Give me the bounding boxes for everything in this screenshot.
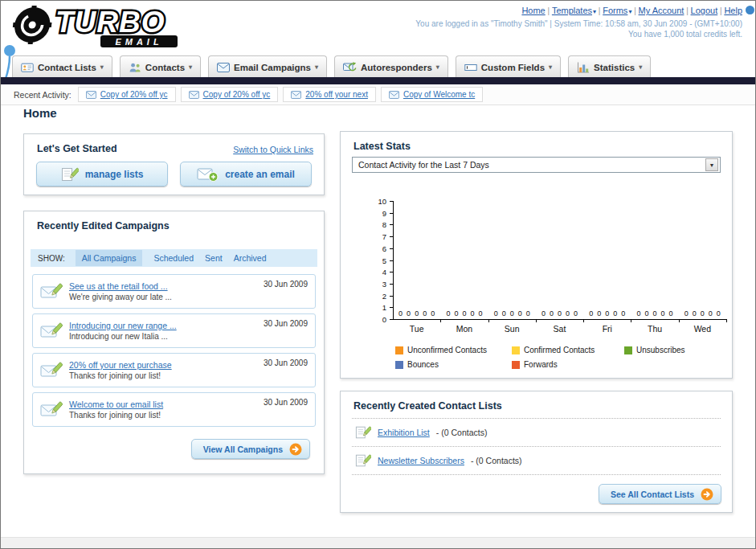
switch-quick-links[interactable]: Switch to Quick Links: [233, 145, 313, 154]
top-link-home[interactable]: Home: [521, 6, 545, 15]
filter-sent[interactable]: Sent: [205, 253, 223, 263]
tab-label: Autoresponders: [361, 63, 432, 72]
campaign-date: 30 Jun 2009: [264, 398, 308, 407]
tab-autoresponders[interactable]: Autoresponders▾: [334, 55, 448, 78]
contact-list-row[interactable]: Exhibition List - (0 Contacts): [352, 419, 721, 447]
contact-list-link[interactable]: Exhibition List: [378, 428, 430, 437]
filter-scheduled[interactable]: Scheduled: [153, 253, 194, 263]
campaign-subtitle: Thanks for joining our list!: [69, 371, 172, 380]
legend-swatch: [395, 346, 403, 354]
recent-activity-label: Recent Activity:: [14, 90, 72, 100]
view-all-campaigns-button[interactable]: View All Campaigns: [191, 439, 310, 459]
campaign-row[interactable]: 20% off your next purchaseThanks for joi…: [32, 353, 316, 387]
recent-activity-item[interactable]: Copy of 20% off yc: [181, 87, 279, 102]
recent-activity-link[interactable]: Copy of 20% off yc: [203, 90, 271, 99]
pencil-icon: [61, 166, 79, 182]
login-info: You are logged in as "Timothy Smith" | S…: [415, 19, 742, 28]
chart-value-label: 0: [423, 309, 427, 318]
chart-value-label: 0: [407, 309, 411, 318]
get-started-title: Let's Get Started: [37, 143, 117, 154]
footer: [1, 537, 755, 548]
show-label: SHOW:: [38, 254, 65, 263]
top-link-help[interactable]: Help: [724, 6, 742, 15]
contact-list-row[interactable]: Newsletter Subscribers - (0 Contacts): [352, 447, 721, 475]
logo-text-turbo: TURBO: [55, 6, 166, 39]
chart-value-label: 0: [574, 309, 578, 318]
campaign-date: 30 Jun 2009: [264, 319, 308, 328]
campaign-title-link[interactable]: 20% off your next purchase: [69, 360, 172, 370]
tab-statistics[interactable]: Statistics▾: [568, 55, 651, 78]
chevron-down-icon: ▾: [189, 64, 192, 71]
chart-y-tick: [390, 260, 393, 261]
chart-value-label: 0: [446, 309, 450, 318]
chart-value-label: 0: [605, 309, 609, 318]
chart-y-tick: [390, 213, 393, 214]
campaign-row[interactable]: Introducing our new range ...Introducing…: [32, 313, 316, 348]
chart-y-tick-label: 1: [349, 303, 386, 312]
recent-activity-link[interactable]: Copy of 20% off yc: [100, 90, 168, 99]
campaigns-panel: Recently Edited Campaigns SHOW: All Camp…: [23, 211, 325, 474]
recent-activity-link[interactable]: 20% off your next: [305, 90, 368, 99]
chart-x-tick: [440, 319, 441, 322]
chart-value-label: 0: [589, 309, 593, 318]
chart-y-tick-label: 6: [349, 244, 386, 253]
see-all-contact-lists-button[interactable]: See All Contact Lists: [599, 484, 721, 504]
campaign-title-link[interactable]: Welcome to our email list: [69, 399, 163, 409]
legend-item: Unconfirmed Contacts: [395, 346, 512, 354]
tab-contact-lists[interactable]: Contact Lists▾: [12, 55, 112, 78]
recent-activity-item[interactable]: 20% off your next: [283, 87, 376, 102]
chart-value-labels: 00000: [488, 309, 536, 318]
tab-email-campaigns[interactable]: Email Campaigns▾: [208, 55, 327, 78]
tab-contacts[interactable]: Contacts▾: [120, 55, 201, 78]
chart-x-tick: [726, 319, 727, 322]
recent-activity-link[interactable]: Copy of Welcome tc: [403, 90, 475, 99]
chart-value-label: 0: [454, 309, 458, 318]
top-nav-links: Home | Templates▾ | Forms▾ | My Account …: [415, 6, 742, 15]
logo-text-email: EMAIL: [115, 37, 162, 47]
chart-y-tick: [390, 201, 393, 202]
top-link-logout[interactable]: Logout: [691, 6, 718, 15]
top-link-templates[interactable]: Templates: [552, 6, 592, 15]
chart-x-tick: [536, 319, 537, 322]
chart-y-tick-label: 2: [349, 292, 386, 301]
create-an-email-button[interactable]: create an email: [180, 162, 312, 186]
campaign-row[interactable]: See us at the retail food ...We're givin…: [32, 274, 316, 309]
contact-list-count: - (0 Contacts): [471, 456, 522, 465]
chart-value-labels: 00000: [536, 309, 583, 318]
campaign-filter-bar: SHOW: All CampaignsScheduledSentArchived: [31, 249, 317, 267]
manage-lists-button[interactable]: manage lists: [36, 162, 168, 186]
recent-activity-item[interactable]: Copy of 20% off yc: [78, 87, 176, 102]
legend-label: Bounces: [407, 360, 439, 369]
legend-label: Confirmed Contacts: [524, 346, 595, 354]
recent-activity-item[interactable]: Copy of Welcome tc: [381, 87, 483, 102]
chart-value-label: 0: [431, 309, 435, 318]
tab-custom-fields[interactable]: Custom Fields▾: [456, 55, 561, 78]
campaign-title-link[interactable]: Introducing our new range ...: [69, 321, 177, 330]
campaign-row[interactable]: Welcome to our email listThanks for join…: [32, 392, 316, 427]
envelope-icon: [189, 91, 199, 99]
chart-y-tick: [390, 296, 393, 297]
contact-list-count: - (0 Contacts): [436, 428, 488, 437]
legend-swatch: [395, 361, 403, 369]
top-link-forms[interactable]: Forms: [603, 6, 627, 15]
chart-value-labels: 00000: [440, 309, 488, 318]
legend-swatch: [512, 346, 520, 354]
statistics-icon: [577, 61, 590, 74]
campaign-title-link[interactable]: See us at the retail food ...: [69, 281, 172, 291]
turbo-email-logo[interactable]: TURBO EMAIL: [6, 3, 197, 51]
filter-archived[interactable]: Archived: [234, 253, 267, 263]
chart-value-label: 0: [717, 309, 721, 318]
contact-lists-icon: [21, 61, 34, 74]
chart-value-label: 0: [462, 309, 466, 318]
top-link-my-account[interactable]: My Account: [639, 6, 684, 15]
contact-lists-items: Exhibition List - (0 Contacts)Newsletter…: [352, 419, 721, 475]
contact-list-link[interactable]: Newsletter Subscribers: [378, 456, 464, 465]
filter-all-campaigns[interactable]: All Campaigns: [76, 250, 143, 266]
chart-value-label: 0: [653, 309, 657, 318]
chart-value-label: 0: [502, 309, 506, 318]
legend-swatch: [512, 361, 520, 369]
see-all-contact-lists-label: See All Contact Lists: [611, 490, 694, 499]
chart-y-tick: [390, 284, 393, 285]
chevron-down-icon: ▾: [100, 64, 104, 71]
stats-activity-dropdown[interactable]: Contact Activity for the Last 7 Days ▼: [352, 157, 721, 173]
